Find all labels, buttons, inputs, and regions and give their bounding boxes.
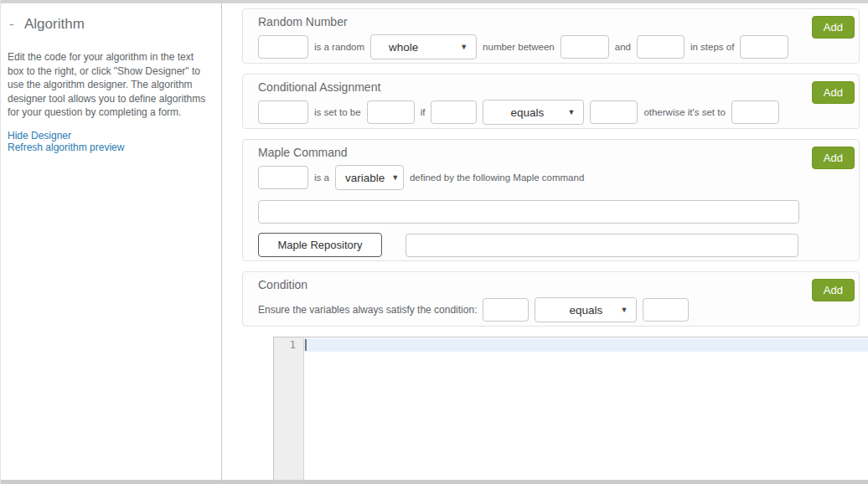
chevron-down-icon: ▼ [460,43,468,51]
editor-active-line [304,338,868,352]
conditional-assignment-title: Conditional Assignment [258,80,844,94]
maple-name-input[interactable] [258,166,308,189]
in-steps-of-label: in steps of [690,42,734,52]
maple-command-add-button[interactable]: Add [812,147,855,169]
condition-title: Condition [258,278,844,291]
conditional-left-operand-input[interactable] [431,100,477,124]
random-number-name-input[interactable] [258,35,308,59]
condition-operator-value: equals [569,304,602,317]
conditional-assignment-add-button[interactable]: Add [812,81,855,104]
and-label: and [615,42,631,52]
number-between-label: number between [483,42,555,52]
condition-operator-select[interactable]: equals ▼ [535,297,637,322]
is-set-to-be-label: is set to be [314,107,361,117]
condition-add-button[interactable]: Add [812,279,855,301]
condition-left-operand-input[interactable] [483,298,529,322]
line-number: 1 [274,338,296,352]
is-a-label: is a [314,172,329,183]
conditional-otherwise-input[interactable] [731,100,779,124]
editor-code-area[interactable] [304,337,868,480]
random-number-max-input[interactable] [637,35,685,59]
random-number-add-button[interactable]: Add [812,16,855,39]
designer-panel: Random Number Add is a random whole ▼ nu… [222,3,868,480]
algorithm-description: Edit the code for your algorithm in the … [8,50,211,120]
algorithm-code-editor: 1 [273,337,868,481]
random-number-min-input[interactable] [561,35,609,59]
conditional-operator-select[interactable]: equals ▼ [483,100,584,125]
maple-repository-path-input[interactable] [406,234,798,257]
if-label: if [421,107,426,117]
text-caret [305,339,307,351]
chevron-down-icon: ▼ [621,306,628,314]
condition-section: Condition Add Ensure the variables alway… [242,271,860,327]
conditional-value-input[interactable] [367,100,415,124]
conditional-right-operand-input[interactable] [590,100,638,124]
conditional-operator-value: equals [510,106,544,119]
maple-type-select[interactable]: variable ▼ [335,165,404,190]
algorithm-sidebar: - Algorithm Edit the code for your algor… [1,3,222,480]
chevron-down-icon: ▼ [391,173,399,182]
maple-repository-button[interactable]: Maple Repository [258,233,382,257]
maple-type-value: variable [345,172,385,184]
condition-right-operand-input[interactable] [643,298,689,322]
editor-line-number-gutter: 1 [274,337,304,480]
algorithm-designer-page: - Algorithm Edit the code for your algor… [0,0,868,484]
maple-command-section: Maple Command Add is a variable ▼ define… [242,139,860,261]
is-a-random-label: is a random [314,42,364,52]
conditional-assignment-section: Conditional Assignment Add is set to be … [242,74,860,129]
bottom-divider [1,480,868,484]
random-number-section: Random Number Add is a random whole ▼ nu… [242,8,860,64]
random-number-title: Random Number [258,15,844,28]
sidebar-header: - Algorithm [9,15,211,33]
defined-by-label: defined by the following Maple command [410,172,584,183]
refresh-algorithm-preview-link[interactable]: Refresh algorithm preview [8,142,211,153]
chevron-down-icon: ▼ [567,108,575,116]
hide-designer-link[interactable]: Hide Designer [8,130,211,142]
conditional-name-input[interactable] [258,100,308,124]
otherwise-label: otherwise it's set to [643,107,725,117]
random-number-type-select[interactable]: whole ▼ [370,34,477,59]
collapse-toggle-icon[interactable]: - [9,15,24,33]
page-title: Algorithm [24,15,85,33]
ensure-condition-label: Ensure the variables always satisfy the … [258,304,477,316]
maple-command-title: Maple Command [258,146,844,159]
random-number-type-value: whole [389,41,418,54]
maple-command-input[interactable] [258,200,799,224]
random-number-step-input[interactable] [740,35,788,59]
